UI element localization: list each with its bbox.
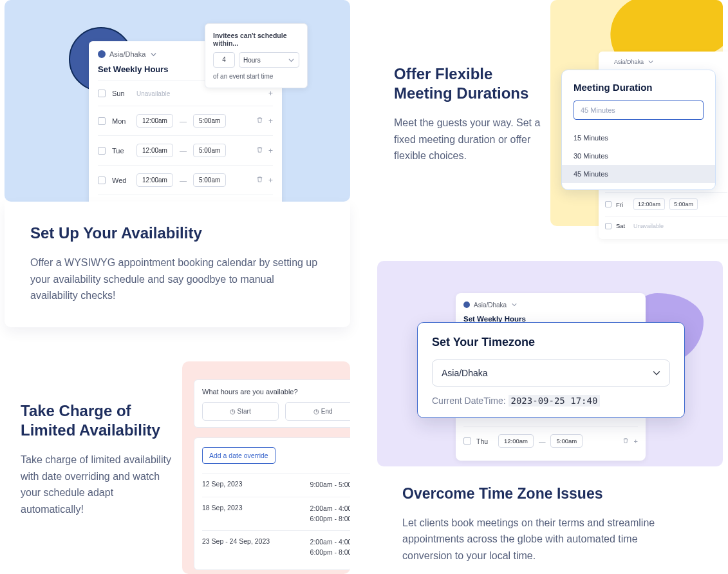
override-time: 6:00pm - 8:00pm: [310, 548, 350, 558]
trash-icon[interactable]: [256, 117, 263, 126]
add-slot-icon[interactable]: +: [268, 89, 273, 98]
start-time-input[interactable]: 12:00am: [136, 173, 173, 187]
buffer-footer: of an event start time: [213, 73, 299, 80]
duration-option-selected[interactable]: 45 Minutes: [562, 165, 715, 183]
day-row-tue: Tue 12:00am — 5:00am +: [98, 135, 273, 165]
duration-input-placeholder: 45 Minutes: [581, 106, 615, 114]
timezone-select[interactable]: Asia/Dhaka: [432, 359, 670, 387]
timezone-label: Asia/Dhaka: [474, 301, 507, 309]
day-checkbox[interactable]: [463, 437, 471, 445]
end-label: End: [321, 408, 333, 415]
end-time-input[interactable]: 5:00am: [669, 198, 698, 210]
override-text: Take Charge of Limited Availability Take…: [21, 401, 175, 517]
duration-text: Offer Flexible Meeting Durations Meet th…: [394, 64, 548, 164]
day-label: Thu: [476, 437, 493, 445]
overrides-panel: Add a date override 12 Sep, 2023 9:00am …: [194, 437, 350, 570]
globe-icon: [605, 59, 611, 65]
day-label: Wed: [112, 177, 130, 184]
dash: —: [180, 117, 187, 125]
day-row-mon: Mon 12:00am — 5:00am +: [98, 106, 273, 135]
trash-icon[interactable]: [622, 437, 629, 445]
override-time: 6:00pm - 8:00pm: [310, 514, 350, 524]
trash-icon[interactable]: [256, 176, 263, 185]
override-illustration: What hours are you available? ◷ Start ◷ …: [182, 361, 350, 574]
day-checkbox[interactable]: [98, 117, 106, 125]
chevron-down-icon: [149, 50, 157, 58]
add-override-button[interactable]: Add a date override: [202, 447, 275, 464]
day-checkbox[interactable]: [98, 147, 106, 155]
timezone-selector[interactable]: Asia/Dhaka: [463, 301, 638, 309]
trash-icon[interactable]: [256, 146, 263, 155]
day-checkbox[interactable]: [98, 177, 106, 184]
override-date: 12 Sep, 2023: [202, 480, 242, 490]
day-label: Sat: [616, 222, 629, 229]
day-row-thu: Thu 12:00am — 5:00am +: [98, 195, 273, 202]
duration-popup: Meeting Duration 45 Minutes 15 Minutes 3…: [561, 70, 716, 190]
override-row: 23 Sep - 24 Sep, 2023 2:00am - 4:00pm 6:…: [202, 530, 350, 564]
end-time-input[interactable]: 5:00am: [193, 173, 226, 187]
day-label: Sun: [112, 90, 130, 97]
timezone-selector[interactable]: Asia/Dhaka: [605, 58, 727, 66]
feature-heading: Overcome Time Zone Issues: [402, 484, 666, 503]
end-time-input[interactable]: 5:00am: [550, 434, 583, 448]
chevron-down-icon: [287, 56, 295, 64]
override-date: 23 Sep - 24 Sep, 2023: [202, 537, 270, 558]
chevron-down-icon: [510, 301, 518, 309]
override-time: 9:00am - 5:00pm: [310, 480, 350, 490]
buffer-unit-select[interactable]: Hours: [239, 52, 299, 68]
feature-description: Offer a WYSIWYG appointment booking cale…: [30, 254, 324, 304]
globe-icon: [98, 50, 106, 58]
unavailable-label: Unavailable: [633, 223, 664, 229]
datetime-label: Current DateTime:: [432, 396, 509, 406]
day-checkbox[interactable]: [605, 201, 611, 207]
feature-description: Let clients book meetings on their terms…: [402, 515, 666, 564]
availability-illustration: Asia/Dhaka Set Weekly Hours Sun Unavaila…: [5, 0, 350, 202]
duration-input[interactable]: 45 Minutes: [574, 100, 704, 120]
chevron-down-icon: [647, 58, 655, 66]
timezone-value: Asia/Dhaka: [442, 368, 488, 378]
add-slot-icon[interactable]: +: [634, 437, 638, 445]
override-row: 18 Sep, 2023 2:00am - 4:00pm 6:00pm - 8:…: [202, 497, 350, 531]
start-time-input[interactable]: 12:00am: [136, 114, 173, 128]
timezone-text: Overcome Time Zone Issues Let clients bo…: [402, 484, 666, 564]
end-time-input[interactable]: 5:00am: [193, 144, 226, 157]
buffer-number-input[interactable]: 4: [213, 52, 235, 68]
start-label: Start: [238, 408, 251, 415]
day-label: Fri: [616, 201, 629, 208]
timezone-modal-title: Set Your Timezone: [432, 336, 670, 349]
availability-text: Set Up Your Availability Offer a WYSIWYG…: [5, 202, 350, 327]
timezone-label: Asia/Dhaka: [109, 50, 145, 58]
start-time-input[interactable]: 12:00am: [498, 434, 534, 448]
add-slot-icon[interactable]: +: [268, 176, 273, 185]
globe-icon: [463, 301, 470, 308]
day-label: Tue: [112, 147, 130, 155]
day-label: Mon: [112, 117, 130, 125]
duration-title: Meeting Duration: [562, 82, 715, 100]
end-input[interactable]: ◷ End: [285, 402, 351, 421]
feature-description: Take charge of limited availability with…: [21, 452, 175, 517]
duration-option[interactable]: 30 Minutes: [562, 147, 715, 165]
add-slot-icon[interactable]: +: [268, 146, 273, 155]
start-input[interactable]: ◷ Start: [202, 402, 279, 421]
override-row: 12 Sep, 2023 9:00am - 5:00pm: [202, 473, 350, 497]
feature-description: Meet the guests your way. Set a fixed me…: [394, 115, 548, 164]
day-checkbox[interactable]: [605, 223, 611, 229]
day-row-fri: Fri 12:00am 5:00am: [605, 192, 727, 216]
timezone-label: Asia/Dhaka: [614, 59, 644, 65]
duration-option[interactable]: 15 Minutes: [562, 129, 715, 147]
end-time-input[interactable]: 5:00am: [193, 114, 226, 128]
unavailable-label: Unavailable: [136, 90, 170, 97]
day-row-wed: Wed 12:00am — 5:00am +: [98, 165, 273, 195]
override-times: 9:00am - 5:00pm: [310, 480, 350, 490]
buffer-unit-value: Hours: [243, 57, 261, 64]
datetime-value: 2023-09-25 17:40: [509, 395, 601, 407]
timezone-modal: Set Your Timezone Asia/Dhaka Current Dat…: [417, 322, 685, 418]
feature-heading: Set Up Your Availability: [30, 224, 324, 243]
start-time-input[interactable]: 12:00am: [633, 198, 665, 210]
buffer-label: Invitees can't schedule within...: [213, 32, 299, 47]
add-slot-icon[interactable]: +: [268, 117, 273, 126]
day-checkbox[interactable]: [98, 90, 106, 97]
feature-heading: Take Charge of Limited Availability: [21, 401, 175, 440]
hours-question: What hours are you available?: [202, 388, 350, 396]
start-time-input[interactable]: 12:00am: [136, 144, 173, 157]
